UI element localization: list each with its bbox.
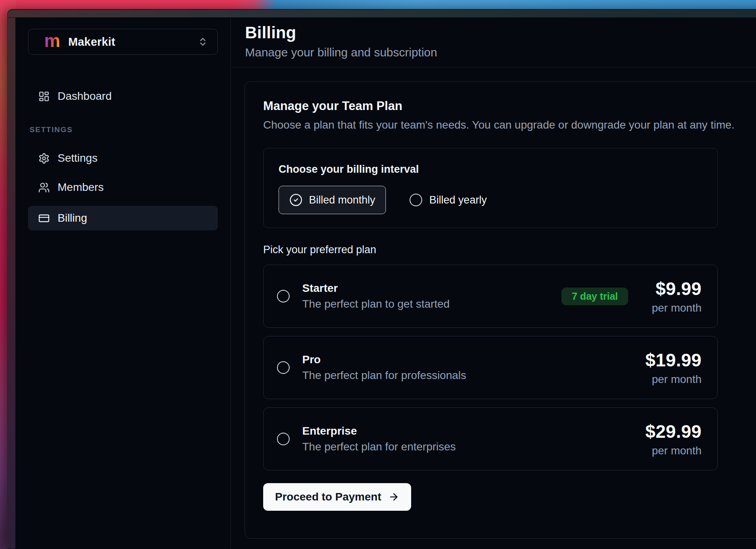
plans-label: Pick your preferred plan	[263, 244, 756, 256]
dashboard-grid-icon	[38, 91, 50, 102]
gear-icon	[38, 153, 50, 164]
plan-period: per month	[646, 373, 702, 386]
plan-list: Starter The perfect plan to get started …	[263, 265, 756, 471]
plan-name: Enterprise	[302, 425, 456, 437]
billed-monthly-label: Billed monthly	[309, 194, 375, 206]
main-content: Billing Manage your billing and subscrip…	[231, 18, 756, 549]
billing-interval-options: Billed monthly Billed yearly	[279, 186, 702, 214]
sidebar-item-billing[interactable]: Billing	[28, 206, 218, 230]
billed-yearly-option[interactable]: Billed yearly	[410, 194, 487, 206]
plan-text: Enterprise The perfect plan for enterpri…	[302, 425, 456, 453]
plan-row-enterprise[interactable]: Enterprise The perfect plan for enterpri…	[263, 407, 718, 471]
proceed-to-payment-button[interactable]: Proceed to Payment	[263, 483, 411, 511]
users-icon	[38, 182, 50, 193]
app-body: m Makerkit Dashboard SETTINGS	[7, 18, 756, 549]
plan-period: per month	[646, 302, 702, 314]
plan-price: $9.99	[646, 278, 702, 299]
team-selector[interactable]: m Makerkit	[28, 29, 218, 55]
billing-interval-label: Choose your billing interval	[279, 163, 702, 176]
sidebar: m Makerkit Dashboard SETTINGS	[15, 18, 231, 549]
radio-circle-icon[interactable]	[277, 290, 290, 303]
plan-name: Pro	[302, 353, 466, 366]
billed-yearly-label: Billed yearly	[429, 194, 487, 206]
plan-row-starter[interactable]: Starter The perfect plan to get started …	[263, 265, 718, 328]
plan-price: $29.99	[646, 421, 702, 442]
billed-monthly-option[interactable]: Billed monthly	[279, 186, 386, 214]
card-title: Manage your Team Plan	[263, 99, 756, 113]
wallpaper-top-strip	[0, 0, 756, 9]
billing-interval-box: Choose your billing interval Billed mont…	[263, 148, 718, 228]
plan-period: per month	[646, 444, 702, 457]
makerkit-logo: m	[44, 32, 60, 50]
circle-check-icon	[289, 193, 303, 207]
sidebar-item-label: Members	[58, 181, 104, 194]
price-block: $9.99 per month	[646, 278, 702, 314]
radio-circle-icon[interactable]	[277, 361, 290, 374]
plan-description: The perfect plan for enterprises	[302, 441, 456, 453]
desktop: m Makerkit Dashboard SETTINGS	[0, 0, 756, 549]
plan-description: The perfect plan to get started	[302, 298, 450, 310]
trial-badge: 7 day trial	[561, 288, 628, 305]
plan-price: $19.99	[646, 349, 702, 371]
sidebar-item-dashboard[interactable]: Dashboard	[28, 84, 218, 108]
team-plan-card: Manage your Team Plan Choose a plan that…	[245, 81, 756, 539]
page-header: Billing Manage your billing and subscrip…	[231, 18, 756, 67]
team-name: Makerkit	[68, 35, 190, 49]
sidebar-item-label: Dashboard	[58, 90, 112, 103]
card-description: Choose a plan that fits your team's need…	[263, 119, 756, 131]
price-block: $19.99 per month	[646, 349, 702, 386]
window-titlebar[interactable]	[7, 10, 756, 18]
radio-circle-icon[interactable]	[277, 433, 290, 445]
plan-text: Pro The perfect plan for professionals	[302, 353, 466, 382]
plan-text: Starter The perfect plan to get started	[302, 282, 450, 310]
radio-circle-icon	[410, 194, 422, 206]
plan-description: The perfect plan for professionals	[302, 369, 466, 382]
credit-card-icon	[38, 213, 50, 224]
sidebar-item-label: Settings	[58, 152, 97, 164]
price-block: $29.99 per month	[646, 421, 702, 457]
proceed-to-payment-label: Proceed to Payment	[275, 491, 381, 503]
page-subtitle: Manage your billing and subscription	[245, 46, 756, 59]
sidebar-item-settings[interactable]: Settings	[28, 146, 218, 170]
sidebar-item-label: Billing	[58, 212, 87, 224]
sidebar-item-members[interactable]: Members	[28, 175, 218, 200]
arrow-right-icon	[388, 491, 399, 502]
page-title: Billing	[245, 23, 756, 42]
chevrons-up-down-icon	[198, 37, 208, 47]
plan-row-pro[interactable]: Pro The perfect plan for professionals $…	[263, 336, 718, 399]
plan-name: Starter	[302, 282, 450, 295]
window-left-edge	[7, 18, 15, 549]
app-window: m Makerkit Dashboard SETTINGS	[7, 9, 756, 549]
sidebar-section-settings: SETTINGS	[28, 125, 218, 134]
